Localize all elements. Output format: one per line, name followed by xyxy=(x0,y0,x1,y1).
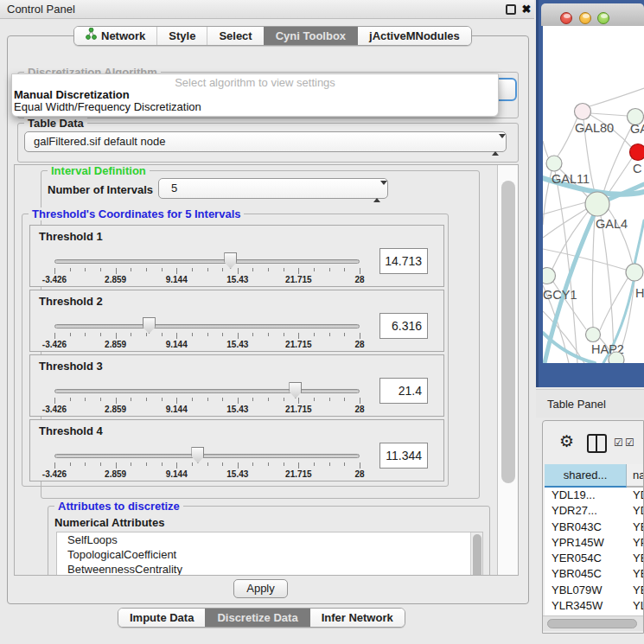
slider-tick xyxy=(54,268,55,274)
slider-tick xyxy=(344,333,345,336)
slider-tick-label: 2.859 xyxy=(105,469,126,479)
network-node-hap2[interactable] xyxy=(586,328,601,342)
table-row[interactable]: YBR045CYBR0 xyxy=(545,566,644,582)
attributes-list-scrollbar[interactable] xyxy=(470,532,482,576)
table-data-combobox[interactable]: galFiltered.sif default node xyxy=(24,131,507,152)
control-panel-titlebar: Control Panel xyxy=(0,0,534,19)
tab-cyni-toolbox[interactable]: Cyni Toolbox xyxy=(264,27,357,45)
table-data-combobox-value: galFiltered.sif default node xyxy=(34,135,165,148)
slider-tick xyxy=(85,333,86,336)
slider-tick xyxy=(70,462,71,466)
network-canvas[interactable]: GAL80GACGAL11GAL4GCY1HHAP2 xyxy=(543,26,644,363)
numerical-attributes-list[interactable]: SelfLoopsTopologicalCoefficientBetweenne… xyxy=(56,532,483,576)
slider-tick xyxy=(176,462,177,469)
minimize-light-icon[interactable] xyxy=(579,12,591,24)
slider-tick xyxy=(252,333,253,336)
close-window-button[interactable]: ✖ xyxy=(520,1,533,18)
threshold-slider-track[interactable] xyxy=(54,389,360,393)
network-node-gal11[interactable] xyxy=(546,156,562,171)
settings-scrollbar-thumb[interactable] xyxy=(501,181,515,483)
number-of-intervals-label: Number of Intervals xyxy=(48,183,153,196)
apply-button[interactable]: Apply xyxy=(233,579,288,598)
tab-network[interactable]: Network xyxy=(74,27,156,45)
algorithm-option[interactable]: Equal Width/Frequency Discretization xyxy=(12,101,498,113)
attribute-list-item[interactable]: TopologicalCoefficient xyxy=(57,547,482,562)
tab-infer-network[interactable]: Infer Network xyxy=(309,609,405,627)
slider-tick xyxy=(329,333,330,336)
threshold-value-field[interactable]: 21.4 xyxy=(379,378,428,404)
table-row[interactable]: YDR27...YDR2 xyxy=(545,503,644,519)
tab-impute-data[interactable]: Impute Data xyxy=(118,609,205,627)
threshold-slider-thumb[interactable] xyxy=(143,317,156,334)
slider-tick xyxy=(192,333,193,336)
table-row[interactable]: YBR043CYBR0 xyxy=(545,520,644,535)
table-row[interactable]: YPR145WYPR1 xyxy=(545,535,644,551)
slider-tick-label: -3.426 xyxy=(42,275,67,284)
float-window-button[interactable] xyxy=(506,4,516,15)
table-header-name[interactable]: na xyxy=(627,464,644,488)
threshold-slider-thumb[interactable] xyxy=(289,382,302,399)
number-of-intervals-spinner[interactable]: 5 xyxy=(158,178,388,199)
settings-vertical-scrollbar[interactable] xyxy=(497,165,519,575)
table-header-shared[interactable]: shared... xyxy=(545,464,627,488)
slider-tick xyxy=(70,268,71,271)
bottom-tab-bar: Impute DataDiscretize DataInfer Network xyxy=(118,608,405,628)
tab-label: Cyni Toolbox xyxy=(276,27,346,45)
table-panel-titlebar: Table Panel xyxy=(536,389,644,418)
threshold-slider-thumb[interactable] xyxy=(224,252,237,269)
thresholds-group: Threshold's Coordinates for 5 Intervals … xyxy=(22,214,449,487)
number-of-intervals-value: 5 xyxy=(171,182,177,194)
network-node[interactable] xyxy=(609,352,624,363)
slider-tick xyxy=(284,268,284,271)
slider-tick xyxy=(344,268,345,271)
slider-tick xyxy=(100,462,101,466)
window-title: Control Panel xyxy=(7,3,75,16)
checkbox-icon[interactable]: ☑ xyxy=(614,437,623,448)
threshold-slider-track[interactable] xyxy=(54,259,360,264)
tab-jactivemnodules[interactable]: jActiveMNodules xyxy=(357,27,471,45)
network-node-gcy1[interactable] xyxy=(543,268,556,284)
table-row[interactable]: YBL079WYBL0 xyxy=(545,583,644,598)
table-row[interactable]: YLR345WYLR3 xyxy=(545,598,644,614)
table-row[interactable]: YER054CYER0 xyxy=(545,551,644,566)
attribute-list-item[interactable]: SelfLoops xyxy=(57,532,482,547)
network-edge xyxy=(543,249,626,270)
slider-tick xyxy=(298,462,299,469)
threshold-label: Threshold 2 xyxy=(39,295,103,308)
algorithm-option[interactable]: Manual Discretization xyxy=(12,89,498,101)
network-node-gal4[interactable] xyxy=(585,192,609,216)
tab-discretize-data[interactable]: Discretize Data xyxy=(205,609,309,627)
algorithm-dropdown-prompt: Select algorithm to view settings xyxy=(12,76,498,89)
slider-tick xyxy=(207,398,208,401)
network-node-label: H xyxy=(635,286,644,300)
tab-style[interactable]: Style xyxy=(156,27,207,45)
threshold-value-field[interactable]: 11.344 xyxy=(379,443,428,469)
threshold-panel: Threshold 1-3.4262.8599.14415.4321.71528… xyxy=(29,225,444,287)
slider-tick xyxy=(222,268,223,271)
table-row[interactable]: YDL19...YDL1 xyxy=(545,488,644,503)
slider-tick-label: 28 xyxy=(354,405,364,414)
gear-icon[interactable]: ⚙ xyxy=(559,433,574,450)
column-split-icon[interactable] xyxy=(587,434,607,453)
threshold-slider-track[interactable] xyxy=(54,454,360,458)
threshold-label: Threshold 1 xyxy=(39,230,103,243)
checkbox-icon[interactable]: ☑ xyxy=(625,437,634,448)
threshold-value-field[interactable]: 6.316 xyxy=(379,313,428,339)
threshold-slider-thumb[interactable] xyxy=(191,447,204,463)
table-horizontal-scrollbar[interactable] xyxy=(543,615,643,631)
slider-tick xyxy=(268,398,269,401)
threshold-slider-track[interactable] xyxy=(54,324,360,328)
threshold-value-field[interactable]: 14.713 xyxy=(379,248,428,274)
network-node-c[interactable] xyxy=(630,144,644,161)
network-node-gal80[interactable] xyxy=(575,104,591,120)
slider-tick xyxy=(284,333,284,336)
network-node-h[interactable] xyxy=(626,264,643,281)
close-light-icon[interactable] xyxy=(560,12,572,24)
slider-tick xyxy=(360,398,360,404)
slider-tick xyxy=(268,333,269,336)
attribute-list-item[interactable]: BetweennessCentrality xyxy=(57,562,482,576)
tab-select[interactable]: Select xyxy=(207,27,263,45)
table-panel-title: Table Panel xyxy=(547,398,606,411)
zoom-light-icon[interactable] xyxy=(597,12,609,24)
slider-tick-label: 21.715 xyxy=(285,405,312,414)
